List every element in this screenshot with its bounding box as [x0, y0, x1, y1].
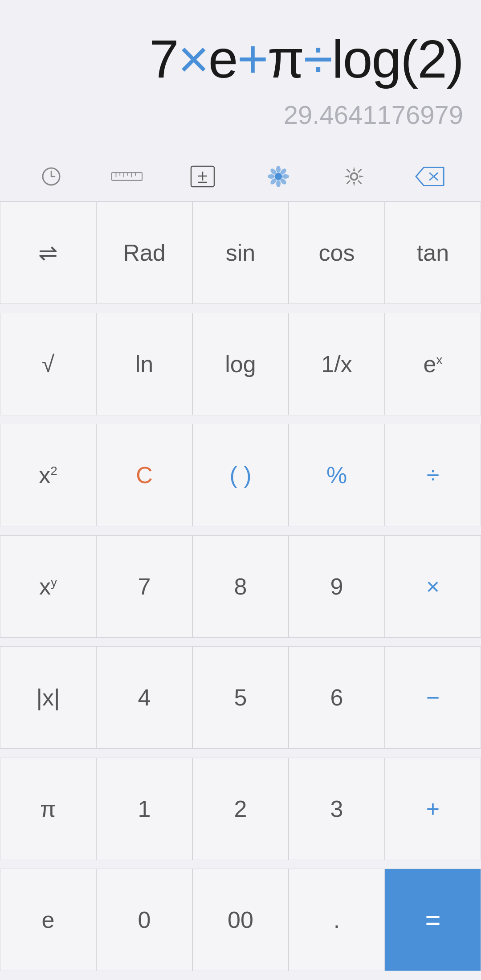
pi-label: π [40, 795, 56, 822]
zero-button[interactable]: 0 [96, 869, 192, 971]
eight-button[interactable]: 8 [192, 535, 289, 638]
tan-button[interactable]: tan [385, 201, 481, 304]
subtract-label: − [426, 684, 440, 711]
euler-button[interactable]: e [0, 869, 96, 971]
two-button[interactable]: 2 [192, 758, 289, 860]
multiply-label: × [426, 573, 440, 600]
convert-icon: ⇌ [38, 239, 58, 266]
eight-label: 8 [234, 573, 247, 600]
square-button[interactable]: x2 [0, 424, 96, 526]
svg-point-15 [276, 166, 281, 173]
euler-label: e [42, 906, 55, 933]
sqrt-label: √ [42, 351, 55, 377]
divide-label: ÷ [427, 462, 440, 488]
sin-label: sin [226, 239, 255, 266]
exp-label: ex [424, 351, 443, 377]
divide-button[interactable]: ÷ [385, 424, 481, 526]
theme-button[interactable] [263, 161, 294, 192]
expr-pi: π [268, 27, 304, 91]
nine-label: 9 [330, 573, 343, 600]
six-button[interactable]: 6 [289, 646, 385, 749]
four-label: 4 [138, 684, 151, 711]
decimal-button[interactable]: . [289, 869, 385, 971]
subtract-button[interactable]: − [385, 646, 481, 749]
reciprocal-button[interactable]: 1/x [289, 313, 385, 415]
cos-label: cos [319, 239, 355, 266]
log-label: log [225, 351, 256, 377]
power-button[interactable]: xy [0, 535, 96, 638]
expr-log2: log(2) [332, 27, 463, 91]
abs-label: |x| [36, 684, 60, 711]
parentheses-button[interactable]: ( ) [192, 424, 289, 526]
three-label: 3 [330, 795, 343, 822]
toolbar [0, 152, 481, 201]
percent-button[interactable]: % [289, 424, 385, 526]
nine-button[interactable]: 9 [289, 535, 385, 638]
expr-e: e [208, 27, 237, 91]
equals-button[interactable]: = [385, 869, 481, 971]
zero-label: 0 [138, 906, 151, 933]
rad-button[interactable]: Rad [96, 201, 192, 304]
backspace-button[interactable] [414, 161, 445, 192]
seven-label: 7 [138, 573, 151, 600]
cos-button[interactable]: cos [289, 201, 385, 304]
one-button[interactable]: 1 [96, 758, 192, 860]
double-zero-button[interactable]: 00 [192, 869, 289, 971]
svg-point-24 [351, 173, 357, 180]
seven-button[interactable]: 7 [96, 535, 192, 638]
add-label: + [426, 795, 440, 822]
pi-button[interactable]: π [0, 758, 96, 860]
svg-point-16 [276, 180, 281, 187]
exp-button[interactable]: ex [385, 313, 481, 415]
sqrt-button[interactable]: √ [0, 313, 96, 415]
expr-times: × [178, 27, 208, 91]
result-display: 29.4641176979 [284, 100, 463, 130]
calculator-grid: ⇌ Rad sin cos tan √ ln log 1/x ex x2 C (… [0, 201, 481, 980]
power-label: xy [39, 573, 57, 600]
six-label: 6 [330, 684, 343, 711]
double-zero-label: 00 [228, 906, 253, 933]
svg-point-18 [282, 174, 289, 179]
add-button[interactable]: + [385, 758, 481, 860]
log-button[interactable]: log [192, 313, 289, 415]
tan-label: tan [417, 239, 449, 266]
clear-button[interactable]: C [96, 424, 192, 526]
equals-label: = [425, 905, 440, 935]
five-button[interactable]: 5 [192, 646, 289, 749]
display-area: 7×e+π÷log(2) 29.4641176979 [0, 0, 481, 152]
clear-label: C [136, 462, 153, 488]
square-label: x2 [39, 462, 57, 488]
ruler-button[interactable] [111, 161, 143, 192]
two-label: 2 [234, 795, 247, 822]
plusminus-button[interactable] [187, 161, 218, 192]
three-button[interactable]: 3 [289, 758, 385, 860]
five-label: 5 [234, 684, 247, 711]
ln-button[interactable]: ln [96, 313, 192, 415]
expr-7: 7 [149, 27, 178, 91]
one-label: 1 [138, 795, 151, 822]
reciprocal-label: 1/x [321, 351, 352, 377]
expr-plus: + [237, 27, 267, 91]
multiply-button[interactable]: × [385, 535, 481, 638]
decimal-label: . [334, 906, 340, 933]
four-button[interactable]: 4 [96, 646, 192, 749]
ln-label: ln [135, 351, 153, 377]
svg-point-17 [268, 174, 275, 179]
history-button[interactable] [36, 161, 67, 192]
settings-button[interactable] [338, 161, 370, 192]
convert-button[interactable]: ⇌ [0, 201, 96, 304]
expr-divide: ÷ [303, 27, 332, 91]
abs-button[interactable]: |x| [0, 646, 96, 749]
expression-display: 7×e+π÷log(2) [149, 27, 463, 91]
rad-label: Rad [123, 239, 165, 266]
percent-label: % [326, 462, 347, 488]
sin-button[interactable]: sin [192, 201, 289, 304]
parentheses-label: ( ) [229, 462, 251, 488]
